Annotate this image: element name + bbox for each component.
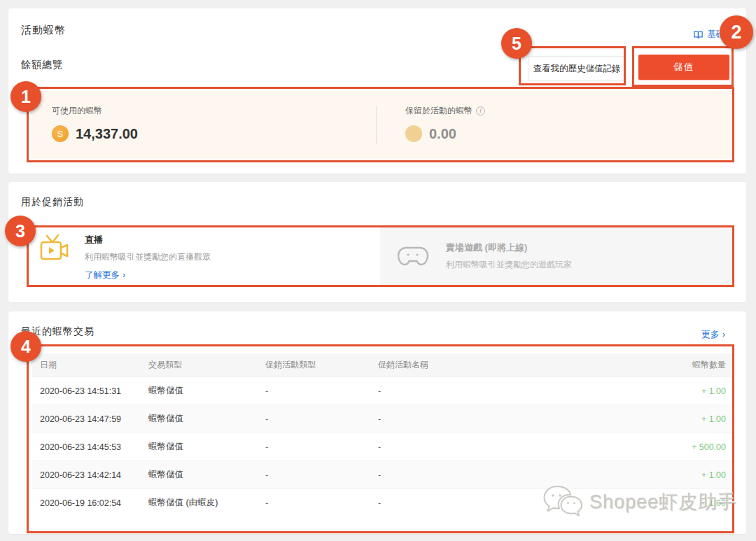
column-header-amount: 蝦幣數量 <box>648 359 732 371</box>
reserved-coins-panel: 保留於活動的蝦幣 i 0.00 <box>377 91 731 160</box>
transactions-card: 最近的蝦幣交易 更多› 日期 交易類型 促銷活動類型 促銷活動名稱 蝦幣數量 2… <box>8 311 746 534</box>
promotions-card: 用於促銷活動 直播 利用蝦幣吸引並獎勵您的直播觀眾 了解更多› <box>8 182 746 302</box>
cell-date: 2020-06-23 14:45:53 <box>31 442 140 452</box>
shop-game-promo-card: 賣場遊戲 (即將上線) 利用蝦幣吸引並獎勵您的遊戲玩家 <box>380 227 733 286</box>
column-header-type: 交易類型 <box>140 359 257 371</box>
annotation-badge-4: 4 <box>10 331 41 362</box>
cell-amount: + 1.00 <box>648 386 732 396</box>
shop-game-desc: 利用蝦幣吸引並獎勵您的遊戲玩家 <box>446 259 572 271</box>
chevron-right-icon: › <box>122 269 125 280</box>
cell-promo-type: - <box>257 414 370 424</box>
cell-type: 蝦幣儲值 <box>140 469 257 481</box>
cell-date: 2020-06-23 14:42:14 <box>31 470 140 480</box>
info-icon[interactable]: i <box>476 106 485 115</box>
game-controller-icon <box>396 242 430 270</box>
book-icon <box>693 29 704 40</box>
annotation-badge-3: 3 <box>5 216 36 246</box>
cell-promo-name: - <box>370 414 648 424</box>
history-topup-records-button[interactable]: 查看我的歷史儲值記錄 <box>528 56 625 81</box>
coin-icon <box>405 125 422 142</box>
cell-promo-type: - <box>257 386 370 396</box>
annotation-badge-2: 2 <box>720 15 753 49</box>
topup-button[interactable]: 儲值 <box>638 55 729 80</box>
table-row: 2020-06-23 14:45:53 蝦幣儲值 - - + 500.00 <box>31 433 732 461</box>
cell-date: 2020-06-23 14:47:59 <box>31 414 140 424</box>
available-coins-amount: 14,337.00 <box>76 126 138 142</box>
livestream-desc: 利用蝦幣吸引並獎勵您的直播觀眾 <box>85 251 211 263</box>
table-row: 2020-06-23 14:47:59 蝦幣儲值 - - + 1.00 <box>31 405 732 433</box>
livestream-title: 直播 <box>85 234 211 246</box>
cell-type: 蝦幣儲值 (由蝦皮) <box>140 497 257 509</box>
table-row: 2020-06-19 16:02:54 蝦幣儲值 (由蝦皮) - - + 1.0… <box>31 489 732 517</box>
cell-date: 2020-06-23 14:51:31 <box>31 386 140 396</box>
table-row: 2020-06-23 14:51:31 蝦幣儲值 - - + 1.00 <box>31 377 732 405</box>
column-header-promo-name: 促銷活動名稱 <box>370 359 648 371</box>
cell-amount: + 1.00 <box>648 470 732 480</box>
cell-promo-name: - <box>370 498 648 508</box>
chevron-right-icon: › <box>722 329 725 339</box>
table-row: 2020-06-23 14:42:14 蝦幣儲值 - - + 1.00 <box>31 461 732 489</box>
shop-game-title: 賣場遊戲 (即將上線) <box>446 241 572 254</box>
cell-promo-type: - <box>257 442 370 452</box>
page-title: 活動蝦幣 <box>21 24 66 37</box>
cell-amount: + 1.00 <box>648 414 732 424</box>
available-coins-panel: 可使用的蝦幣 S 14,337.00 <box>31 91 377 160</box>
cell-date: 2020-06-19 16:02:54 <box>31 498 140 508</box>
promotions-heading: 用於促銷活動 <box>21 196 84 209</box>
available-coins-label: 可使用的蝦幣 <box>52 105 102 117</box>
cell-type: 蝦幣儲值 <box>140 441 257 453</box>
balance-overview-card: 活動蝦幣 基礎 餘額總覽 查看我的歷史儲值記錄 儲值 可使用的蝦幣 S 14,3… <box>8 8 746 174</box>
cell-amount: + 500.00 <box>648 442 732 452</box>
cell-promo-type: - <box>257 498 370 508</box>
column-header-promo-type: 促銷活動類型 <box>257 359 370 371</box>
cell-promo-name: - <box>370 470 648 480</box>
cell-promo-type: - <box>257 470 370 480</box>
more-link[interactable]: 更多› <box>701 328 725 341</box>
balance-heading: 餘額總覽 <box>21 59 63 71</box>
divider <box>376 106 377 144</box>
reserved-coins-amount: 0.00 <box>429 126 456 142</box>
video-camera-icon <box>38 234 72 281</box>
cell-promo-name: - <box>370 386 648 396</box>
learn-more-link[interactable]: 了解更多› <box>85 269 211 281</box>
balance-box: 可使用的蝦幣 S 14,337.00 保留於活動的蝦幣 i 0.00 <box>31 91 731 160</box>
cell-promo-name: - <box>370 442 648 452</box>
reserved-coins-label: 保留於活動的蝦幣 <box>405 105 472 117</box>
column-header-date: 日期 <box>31 359 140 371</box>
table-header-row: 日期 交易類型 促銷活動類型 促銷活動名稱 蝦幣數量 <box>31 353 732 377</box>
cell-amount: + 1.00 <box>648 498 732 508</box>
transactions-table: 日期 交易類型 促銷活動類型 促銷活動名稱 蝦幣數量 2020-06-23 14… <box>31 353 732 517</box>
coin-s-icon: S <box>52 125 69 142</box>
cell-type: 蝦幣儲值 <box>140 385 257 397</box>
annotation-badge-5: 5 <box>501 28 532 59</box>
cell-type: 蝦幣儲值 <box>140 413 257 425</box>
annotation-badge-1: 1 <box>10 81 41 112</box>
livestream-promo-card: 直播 利用蝦幣吸引並獎勵您的直播觀眾 了解更多› <box>38 234 211 281</box>
